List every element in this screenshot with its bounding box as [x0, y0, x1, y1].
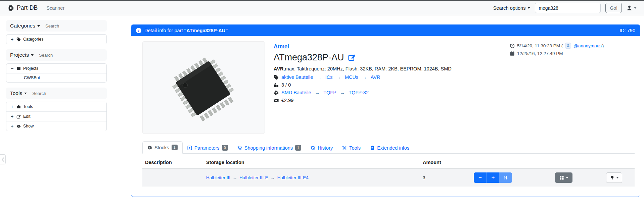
category-breadcrumb: aktive Bauteile → ICs → MCUs → AVR [274, 74, 510, 80]
pencil-square-icon [348, 54, 355, 61]
price-line: €2.99 [274, 98, 510, 103]
tab-label: History [318, 145, 333, 151]
brand-label: Part-DB [17, 4, 38, 11]
calendar-icon [510, 51, 515, 56]
move-stock-button[interactable] [499, 172, 512, 183]
chevron-left-icon [1, 157, 4, 162]
category-link[interactable]: aktive Bauteile [281, 74, 313, 80]
gauge-icon [187, 146, 192, 150]
search-input[interactable] [535, 3, 601, 13]
tools-dropdown[interactable]: Tools [10, 90, 27, 96]
projects-search-input[interactable] [39, 53, 83, 58]
cell-storage-location: Halbleiter III → Halbleiter III-E → Halb… [203, 173, 420, 182]
col-amount: Amount [420, 156, 471, 168]
sidebar-section-header-categories: Categories [6, 20, 107, 32]
footprint-link[interactable]: TQFP-32 [349, 90, 369, 95]
cart-icon [237, 146, 242, 150]
search-options-label: Search options [493, 5, 526, 11]
storage-location-link[interactable]: Halbleiter III-E4 [277, 175, 309, 180]
info-icon: i [136, 28, 141, 33]
brand[interactable]: Part-DB [7, 4, 38, 11]
tree-item-label: Projects [23, 66, 38, 71]
tab-history[interactable]: History [306, 142, 337, 154]
clock-history-icon [510, 43, 515, 48]
tools-icon [342, 146, 347, 150]
category-link[interactable]: MCUs [345, 74, 358, 80]
projects-dropdown[interactable]: Projects [10, 52, 34, 58]
projects-tree: − Projects CWSBot [6, 63, 107, 83]
tab-label: Shopping informations [244, 145, 293, 151]
tab-shopping-informations[interactable]: Shopping informations 1 [233, 142, 306, 154]
category-link[interactable]: ICs [325, 74, 333, 80]
expand-toggle[interactable]: + [10, 123, 14, 129]
last-modified-line: 5/14/20, 11:30:23 PM ( @anonymous ) [510, 43, 635, 49]
search-go-button[interactable]: Go! [605, 3, 622, 13]
chevron-down-icon [566, 177, 568, 178]
categories-dropdown[interactable]: Categories [10, 23, 40, 29]
lightbulb-icon [610, 175, 614, 180]
expand-toggle[interactable]: + [10, 114, 14, 119]
chevron-down-icon [24, 93, 27, 94]
expand-toggle[interactable]: + [10, 37, 14, 42]
chevron-down-icon [37, 25, 40, 27]
user-menu[interactable] [627, 5, 637, 11]
tab-badge: 0 [222, 145, 228, 151]
modified-by-link[interactable]: @anonymous [573, 43, 602, 48]
table-options-dropdown-button[interactable] [555, 172, 572, 183]
storage-location-link[interactable]: Halbleiter III-E [239, 175, 268, 180]
paren-close: ) [602, 43, 604, 48]
sidebar-section-header-tools: Tools [6, 88, 107, 99]
part-meta: 5/14/20, 11:30:23 PM ( @anonymous ) 12/2… [510, 41, 635, 58]
collapse-toggle[interactable]: − [10, 66, 14, 71]
tab-extended-infos[interactable]: Extended infos [365, 142, 414, 154]
manufacturer-link[interactable]: Atmel [274, 43, 289, 49]
edit-icon [16, 114, 21, 119]
main-content: i Detail info for part "ATmega328P-AU" I… [107, 15, 644, 197]
category-link[interactable]: AVR [371, 74, 380, 80]
shapes-icon [274, 83, 279, 88]
avatar [565, 43, 571, 49]
sidebar-section-header-projects: Projects [6, 49, 107, 61]
tree-item-label: Categories [23, 37, 43, 42]
clock-history-icon [311, 146, 315, 150]
nav-scanner[interactable]: Scanner [46, 5, 64, 11]
toolbox-icon [16, 105, 21, 109]
categories-tree: + Categories [6, 34, 107, 44]
part-image[interactable] [142, 41, 265, 134]
part-detail-header: i Detail info for part "ATmega328P-AU" I… [131, 25, 640, 36]
navbar: Part-DB Scanner Search options Go! [0, 1, 644, 15]
search-options-dropdown[interactable]: Search options [493, 5, 531, 11]
header-text: Detail info for part "ATmega328P-AU" [144, 28, 228, 33]
increase-amount-button[interactable]: + [487, 172, 499, 183]
tab-label: Parameters [194, 145, 220, 151]
tree-item-projects[interactable]: − Projects [6, 64, 106, 73]
tree-item-label: Show [23, 124, 34, 128]
cash-icon [274, 98, 279, 103]
last-modified-value: 5/14/20, 11:30:23 PM ( [517, 43, 563, 48]
label-dropdown-button[interactable] [606, 172, 622, 183]
sidebar-collapse-button[interactable] [0, 154, 6, 164]
tree-item-show[interactable]: + Show [6, 121, 106, 131]
tab-stocks[interactable]: Stocks 1 [142, 141, 183, 154]
tools-search-input[interactable] [32, 91, 76, 96]
expand-toggle[interactable]: + [10, 104, 14, 109]
user-icon [566, 44, 570, 48]
footprint-link[interactable]: TQFP [323, 90, 336, 95]
tree-item-edit[interactable]: + Edit [6, 111, 106, 121]
sidebar: Categories + Categories Projects − Pr [0, 15, 107, 197]
tree-item-tools[interactable]: + Tools [6, 102, 106, 111]
storage-location-link[interactable]: Halbleiter III [206, 175, 230, 180]
tree-item-cwsbot[interactable]: CWSBot [6, 73, 106, 82]
categories-search-input[interactable] [45, 23, 89, 29]
clipboard-icon [370, 146, 375, 150]
amount-button-group: − + [474, 172, 512, 183]
tools-tree: + Tools + Edit + Show [6, 102, 107, 131]
part-name: ATmega328P-AU [274, 52, 344, 63]
arrow-down-up-icon [503, 175, 508, 180]
edit-part-button[interactable] [348, 54, 355, 61]
footprint-link[interactable]: SMD Bauteile [281, 90, 311, 95]
tab-parameters[interactable]: Parameters 0 [183, 142, 233, 154]
tab-tools[interactable]: Tools [337, 142, 365, 154]
tree-item-categories[interactable]: + Categories [6, 35, 106, 44]
decrease-amount-button[interactable]: − [474, 172, 487, 183]
